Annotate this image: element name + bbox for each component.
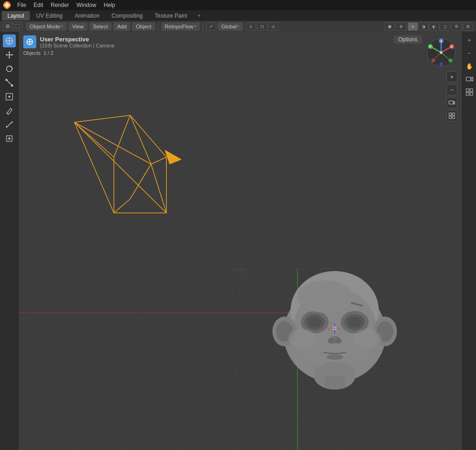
camera-nav-btn[interactable] — [446, 97, 457, 108]
svg-point-90 — [288, 329, 316, 348]
add-workspace-button[interactable]: + — [194, 11, 205, 20]
options-button[interactable]: Options — [394, 35, 422, 44]
mode-dropdown-arrow: ▾ — [61, 24, 63, 28]
grid-nav-btn[interactable] — [446, 110, 457, 121]
svg-line-22 — [7, 122, 12, 127]
move-tool-btn[interactable] — [3, 48, 16, 61]
zoom-in-btn[interactable]: + — [464, 34, 475, 46]
tab-layout[interactable]: Layout — [2, 11, 30, 20]
tab-uv-editing[interactable]: UV Editing — [31, 11, 68, 20]
tab-compositing[interactable]: Compositing — [106, 11, 148, 20]
zoom-in-nav-btn[interactable]: + — [446, 71, 457, 82]
retopo-dropdown[interactable]: RetopoFlow ▾ — [161, 22, 200, 31]
menu-edit[interactable]: Edit — [30, 1, 46, 9]
menu-window[interactable]: Window — [73, 1, 99, 9]
solid-view-btn[interactable]: ● — [408, 22, 418, 31]
tab-animation[interactable]: Animation — [69, 11, 105, 20]
grid-nav-icon — [449, 112, 455, 119]
overlay-icon[interactable]: ◉ — [384, 22, 395, 31]
svg-rect-18 — [6, 79, 7, 81]
measure-tool-btn[interactable] — [3, 118, 16, 131]
svg-rect-118 — [452, 113, 455, 115]
svg-rect-88 — [324, 376, 345, 389]
viewport-type-icon — [23, 35, 36, 48]
blender-logo-icon — [3, 1, 11, 9]
objects-count: Objects 1 / 2 — [23, 50, 114, 56]
render-cam-btn[interactable] — [464, 73, 475, 85]
object-menu-btn[interactable]: Object — [132, 22, 155, 31]
menu-file[interactable]: File — [14, 1, 29, 9]
perspective-label: User Perspective — [40, 36, 114, 43]
zoom-out-btn[interactable]: − — [464, 47, 475, 59]
viewport-info: User Perspective (159) Scene Collection … — [23, 35, 114, 56]
quad-icon — [466, 88, 473, 96]
render-settings-icon[interactable]: ⚙ — [451, 22, 462, 31]
cursor-tool-btn[interactable] — [3, 34, 16, 47]
gizmo-icon[interactable]: ⊕ — [396, 22, 406, 31]
transform-arrows-icon[interactable]: ⤢ — [206, 22, 216, 31]
3d-viewport[interactable]: User Perspective (159) Scene Collection … — [19, 32, 462, 450]
svg-point-112 — [449, 59, 452, 62]
svg-rect-119 — [449, 116, 451, 119]
svg-marker-122 — [471, 77, 473, 81]
rotate-icon — [5, 65, 13, 73]
editor-type-btn[interactable]: ⊞ — [3, 22, 12, 31]
svg-marker-13 — [12, 54, 13, 56]
svg-rect-124 — [470, 89, 473, 92]
objects-count-value: 1 / 2 — [43, 50, 53, 56]
svg-point-110 — [431, 59, 435, 62]
menu-render[interactable]: Render — [47, 1, 72, 9]
add-cube-tool-btn[interactable] — [3, 132, 16, 145]
retopo-dropdown-arrow: ▾ — [194, 24, 196, 28]
svg-rect-17 — [11, 85, 13, 86]
svg-rect-120 — [452, 116, 455, 119]
collection-label: (159) Scene Collection | Camera — [40, 43, 114, 48]
retopo-label: RetopoFlow — [165, 24, 193, 29]
svg-rect-115 — [449, 101, 453, 104]
svg-point-86 — [326, 354, 343, 360]
tab-texture-paint[interactable]: Texture Paint — [149, 11, 193, 20]
gizmo-svg: Z X Y — [425, 36, 457, 69]
add-menu-btn[interactable]: Add — [113, 22, 130, 31]
scale-tool-btn[interactable] — [3, 76, 16, 89]
object-mode-dropdown[interactable]: Object Mode ▾ — [26, 22, 66, 31]
global-label: Global — [221, 24, 237, 29]
svg-text:Z: Z — [440, 40, 443, 43]
annotate-tool-btn[interactable] — [3, 104, 16, 117]
orientation-gizmo[interactable]: Z X Y — [425, 36, 457, 69]
svg-point-84 — [328, 338, 334, 344]
header-toolbar: ⊞ ⛶ Object Mode ▾ View Select Add Object… — [0, 21, 476, 32]
pivot-icon[interactable]: ⊙ — [246, 22, 256, 31]
svg-point-82 — [348, 317, 361, 327]
svg-text:Y: Y — [429, 45, 431, 48]
hand-btn[interactable]: ✋ — [464, 60, 475, 72]
select-menu-btn[interactable]: Select — [89, 22, 112, 31]
global-transform-dropdown[interactable]: Global ▾ — [218, 22, 243, 31]
objects-label: Objects — [23, 50, 40, 56]
quad-view-btn[interactable] — [464, 86, 475, 98]
wireframe-view-btn[interactable]: ◻ — [440, 22, 450, 31]
svg-text:X: X — [450, 45, 453, 48]
fullscreen-btn[interactable]: ⛶ — [13, 22, 22, 31]
rotate-tool-btn[interactable] — [3, 62, 16, 75]
cam-icon — [466, 75, 473, 83]
nav-buttons: + − — [446, 71, 457, 121]
svg-point-113 — [439, 62, 443, 66]
menu-help[interactable]: Help — [100, 1, 119, 9]
object-mode-label: Object Mode — [30, 24, 60, 29]
svg-rect-29 — [19, 32, 462, 450]
toolbar-sep-1 — [158, 23, 159, 30]
output-settings-icon[interactable]: ⊞ — [463, 22, 473, 31]
material-view-btn[interactable]: ◑ — [418, 22, 429, 31]
svg-rect-126 — [470, 93, 473, 95]
view-menu-btn[interactable]: View — [68, 22, 87, 31]
transform-tool-btn[interactable] — [3, 90, 16, 103]
svg-point-114 — [440, 51, 443, 54]
svg-rect-121 — [466, 77, 471, 81]
add-cube-icon — [5, 134, 13, 143]
zoom-out-nav-btn[interactable]: − — [446, 84, 457, 95]
scale-icon — [5, 79, 13, 87]
proportional-icon[interactable]: ◎ — [268, 22, 278, 31]
rendered-view-btn[interactable]: ◐ — [429, 22, 439, 31]
snap-icon[interactable]: ⊡ — [257, 22, 267, 31]
